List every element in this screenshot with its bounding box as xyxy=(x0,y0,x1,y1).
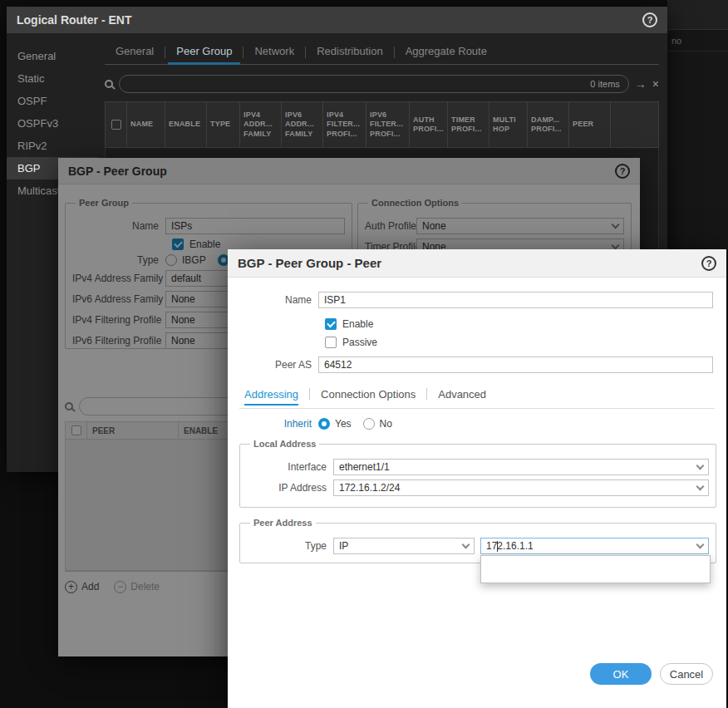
column-header-ipv6-filter-profile[interactable]: IPV6 FILTER... PROFI... xyxy=(366,102,410,147)
cancel-button[interactable]: Cancel xyxy=(660,663,713,685)
column-header-filler xyxy=(611,102,658,147)
select-all-checkbox[interactable] xyxy=(71,425,81,435)
peer-as-value: 64512 xyxy=(324,359,352,371)
tab-connection-options[interactable]: Connection Options xyxy=(321,388,416,401)
help-icon[interactable]: ? xyxy=(615,164,630,179)
column-header-ipv6-addr-family[interactable]: IPV6 ADDR... FAMILY xyxy=(282,102,323,147)
tab-addressing[interactable]: Addressing xyxy=(244,388,298,401)
add-label: Add xyxy=(81,581,99,592)
peer-group-title: BGP - Peer Group xyxy=(68,165,167,178)
peer-tab-bar: Addressing Connection Options Advanced xyxy=(244,386,713,402)
tab-redistribution[interactable]: Redistribution xyxy=(306,40,394,65)
ipv6-address-family-value: None xyxy=(171,293,195,305)
chevron-down-icon xyxy=(696,540,705,548)
sidebar-item-static[interactable]: Static xyxy=(7,67,98,90)
column-header-timer-profile[interactable]: TIMER PROFI... xyxy=(448,102,489,147)
tab-peer-group[interactable]: Peer Group xyxy=(165,40,243,65)
passive-label: Passive xyxy=(342,337,377,348)
ipv4-filtering-profile-value: None xyxy=(171,314,195,326)
sidebar-item-ospfv3[interactable]: OSPFv3 xyxy=(7,112,98,135)
sidebar-item-ripv2[interactable]: RIPv2 xyxy=(7,135,98,157)
peer-as-label: Peer AS xyxy=(228,359,318,371)
peer-group-titlebar: BGP - Peer Group ? xyxy=(58,158,640,184)
tab-general[interactable]: General xyxy=(105,40,165,65)
clear-filter-icon[interactable]: × xyxy=(652,78,659,90)
local-address-section: Local Address Interface ethernet1/1 IP A… xyxy=(239,439,716,508)
ip-address-dropdown[interactable]: 172.16.1.2/24 xyxy=(333,479,709,496)
auth-profile-label: Auth Profile xyxy=(365,220,416,232)
ipv6-filtering-profile-value: None xyxy=(171,335,195,347)
delete-icon: − xyxy=(114,581,126,593)
sidebar-item-ospf[interactable]: OSPF xyxy=(7,90,98,112)
peer-as-input[interactable]: 64512 xyxy=(318,356,713,373)
column-header-damp-profile[interactable]: DAMP... PROFI... xyxy=(528,102,569,147)
name-value: ISP1 xyxy=(324,294,346,306)
column-header-peer[interactable]: PEER xyxy=(87,422,179,439)
search-input[interactable]: 0 items xyxy=(119,75,629,93)
name-input[interactable]: ISPs xyxy=(165,218,345,234)
auth-profile-dropdown[interactable]: None xyxy=(416,218,624,234)
bgp-peer-dialog: BGP - Peer Group - Peer ? Name ISP1 Enab… xyxy=(228,249,726,708)
background-app-remnant: no xyxy=(667,0,728,249)
help-icon[interactable]: ? xyxy=(701,256,716,271)
peer-address-type-value: IP xyxy=(339,540,348,552)
ipv6-filtering-profile-label: IPv6 Filtering Profile xyxy=(72,335,165,347)
apply-filter-icon[interactable]: → xyxy=(635,78,647,90)
ipv4-filtering-profile-label: IPv4 Filtering Profile xyxy=(72,314,165,326)
inherit-no-label: No xyxy=(380,418,392,430)
peer-title: BGP - Peer Group - Peer xyxy=(238,256,381,270)
peer-ip-combobox[interactable]: 172.16.1.1 xyxy=(480,538,709,554)
enable-label: Enable xyxy=(189,238,220,250)
tab-aggregate-route[interactable]: Aggregate Route xyxy=(395,40,498,65)
logical-router-title: Logical Router - ENT xyxy=(17,13,131,27)
text-caret xyxy=(497,541,498,552)
peer-address-legend: Peer Address xyxy=(250,518,316,528)
delete-button[interactable]: − Delete xyxy=(114,581,160,593)
tab-network[interactable]: Network xyxy=(243,40,305,65)
ok-button[interactable]: OK xyxy=(590,663,652,685)
search-icon xyxy=(105,80,113,88)
ibgp-radio[interactable] xyxy=(165,254,177,266)
inherit-row: Inherit Yes No xyxy=(228,417,713,430)
peer-group-table-header: NAME ENABLE TYPE IPV4 ADDR... FAMILY IPV… xyxy=(105,101,659,148)
column-header-name[interactable]: NAME xyxy=(127,102,165,147)
add-icon: + xyxy=(65,581,77,593)
delete-label: Delete xyxy=(130,581,160,592)
inherit-no-radio[interactable] xyxy=(363,418,375,430)
passive-checkbox[interactable] xyxy=(325,337,337,348)
tab-advanced[interactable]: Advanced xyxy=(438,388,486,401)
inherit-yes-label: Yes xyxy=(335,418,352,430)
select-all-checkbox[interactable] xyxy=(111,120,121,130)
column-header-peer[interactable]: PEER xyxy=(569,102,611,147)
column-header-ipv4-addr-family[interactable]: IPV4 ADDR... FAMILY xyxy=(240,102,282,147)
chevron-down-icon xyxy=(696,461,705,470)
column-header-type[interactable]: TYPE xyxy=(207,102,240,147)
column-header-enable[interactable]: ENABLE xyxy=(165,102,207,147)
inherit-yes-radio[interactable] xyxy=(318,418,330,430)
column-header-multi-hop[interactable]: MULTI HOP xyxy=(489,102,528,147)
name-value: ISPs xyxy=(171,220,192,232)
sidebar-item-general[interactable]: General xyxy=(7,45,98,67)
name-label: Name xyxy=(228,294,318,306)
background-toolbar xyxy=(667,0,728,30)
peer-address-type-dropdown[interactable]: IP xyxy=(333,538,475,554)
chevron-down-icon xyxy=(612,220,620,229)
inherit-label: Inherit xyxy=(228,418,318,430)
enable-checkbox[interactable] xyxy=(172,238,184,250)
search-icon xyxy=(65,402,73,411)
items-count: 0 items xyxy=(590,79,619,89)
add-button[interactable]: + Add xyxy=(65,581,99,593)
peer-ip-dropdown-panel[interactable] xyxy=(480,555,711,583)
interface-dropdown[interactable]: ethernet1/1 xyxy=(333,459,709,475)
type-label: Type xyxy=(247,540,333,552)
help-icon[interactable]: ? xyxy=(642,12,657,27)
column-header-auth-profile[interactable]: AUTH PROFI... xyxy=(410,102,448,147)
enable-checkbox[interactable] xyxy=(325,318,337,330)
ipv6-address-family-label: IPv6 Address Family xyxy=(72,293,165,305)
select-all-cell xyxy=(106,102,127,147)
select-all-cell xyxy=(66,422,87,439)
peer-titlebar: BGP - Peer Group - Peer ? xyxy=(228,249,726,278)
column-header-ipv4-filter-profile[interactable]: IPV4 FILTER... PROFI... xyxy=(323,102,366,147)
local-address-legend: Local Address xyxy=(250,439,319,449)
name-input[interactable]: ISP1 xyxy=(318,292,713,308)
